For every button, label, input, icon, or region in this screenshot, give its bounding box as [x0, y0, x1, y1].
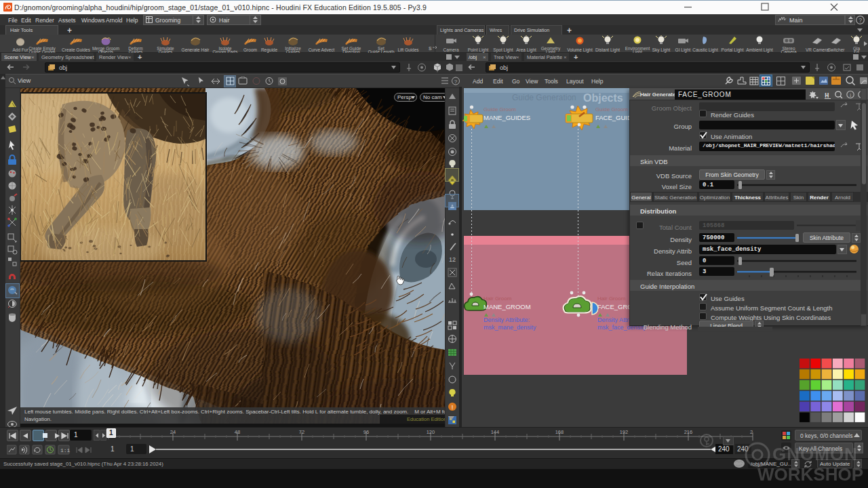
- svg-text:?: ?: [859, 16, 862, 23]
- svg-text:12: 12: [449, 256, 456, 263]
- svg-text:!: !: [452, 404, 454, 411]
- svg-text:i: i: [850, 92, 852, 98]
- svg-text:1:1: 1:1: [60, 447, 71, 453]
- svg-text:?: ?: [454, 79, 458, 85]
